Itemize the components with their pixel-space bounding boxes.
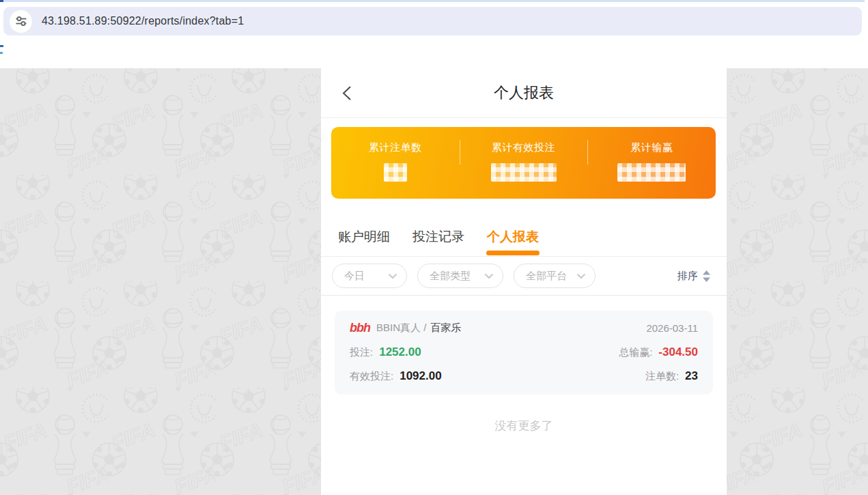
bet-label: 投注: [350,346,373,359]
valid-bet-label: 有效投注: [350,370,393,383]
bet-count-label: 注单数: [645,370,679,383]
report-record-card[interactable]: bbh BBIN真人 / 百家乐 2026-03-11 投注: 1252.00 … [335,311,713,395]
sort-label: 排序 [677,270,698,283]
url-text[interactable]: 43.198.51.89:50922/reports/index?tab=1 [42,15,244,27]
bet-count-value: 23 [685,369,698,383]
bbin-logo: bbh [350,321,370,335]
record-bet-row: 投注: 1252.00 总输赢: -304.50 [350,345,698,359]
sort-icon [703,270,710,282]
tab-bet-records[interactable]: 投注记录 [412,217,464,256]
page-background: FIFA FIFA 个人报表 累计注单数 累计有效投注 [0,68,868,495]
masked-value [617,163,686,182]
clipped-edge-mark [0,45,3,47]
winloss-label: 总输赢: [619,346,652,359]
back-icon[interactable] [341,85,352,101]
date-filter-dropdown[interactable]: 今日 [332,264,407,288]
provider-name: BBIN真人 / [376,322,426,335]
stat-label: 累计输赢 [587,141,716,154]
tab-bar: 账户明细 投注记录 个人报表 [321,217,727,257]
platform-filter-dropdown[interactable]: 全部平台 [514,264,596,288]
no-more-text: 没有更多了 [321,418,727,434]
dropdown-label: 全部平台 [526,270,567,283]
report-panel: 个人报表 累计注单数 累计有效投注 累计输赢 账户明细 投注记录 [321,68,727,495]
record-header-row: bbh BBIN真人 / 百家乐 2026-03-11 [350,321,698,335]
chevron-down-icon [576,273,586,279]
stat-label: 累计注单数 [331,141,460,154]
record-valid-row: 有效投注: 1092.00 注单数: 23 [350,369,698,383]
masked-value [491,163,557,182]
browser-top-strip [0,0,865,2]
clipped-edge-mark [0,52,3,54]
stat-total-winloss: 累计输赢 [587,141,716,199]
stat-total-valid-bets: 累计有效投注 [460,141,588,199]
browser-window: 43.198.51.89:50922/reports/index?tab=1 [0,0,868,495]
tab-personal-report[interactable]: 个人报表 [487,217,539,256]
stat-total-bets: 累计注单数 [331,141,460,199]
stat-label: 累计有效投注 [460,141,588,154]
site-settings-icon[interactable] [10,10,32,33]
valid-bet-value: 1092.00 [400,369,441,383]
type-filter-dropdown[interactable]: 全部类型 [417,264,503,288]
record-date: 2026-03-11 [646,322,698,334]
chevron-down-icon [388,273,397,279]
browser-address-bar[interactable]: 43.198.51.89:50922/reports/index?tab=1 [3,7,862,36]
winloss-value: -304.50 [658,345,698,359]
page-header: 个人报表 [321,68,727,118]
chevron-down-icon [484,273,494,279]
masked-value [384,163,407,182]
filter-bar: 今日 全部类型 全部平台 [321,257,727,296]
dropdown-label: 全部类型 [430,270,471,283]
page-title: 个人报表 [494,83,554,103]
bet-value: 1252.00 [379,345,421,359]
dropdown-label: 今日 [344,270,365,283]
game-name: 百家乐 [430,322,461,335]
browser-top-strip-notch [0,0,3,2]
summary-card: 累计注单数 累计有效投注 累计输赢 [331,127,716,199]
sort-control[interactable]: 排序 [677,270,710,283]
tab-account-detail[interactable]: 账户明细 [338,217,390,256]
